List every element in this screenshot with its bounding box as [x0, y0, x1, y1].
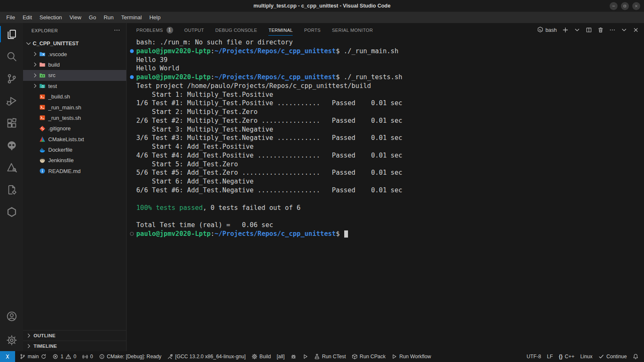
chevron-down-icon	[621, 27, 627, 33]
status-run-workflow[interactable]: Run Workflow	[388, 351, 434, 362]
activity-platformio[interactable]	[0, 134, 23, 156]
status-launch-target[interactable]	[299, 351, 311, 362]
activity-cmake-tools[interactable]	[0, 156, 23, 178]
warning-icon	[65, 354, 71, 359]
tree-item-src[interactable]: src	[23, 70, 126, 80]
status-encoding[interactable]: UTF-8	[524, 351, 544, 362]
tree-item-label: README.md	[48, 168, 80, 174]
remote-icon	[5, 354, 10, 359]
new-terminal-button[interactable]	[562, 27, 569, 33]
tree-item--run-tests-sh[interactable]: _run_tests.sh	[23, 113, 126, 123]
tree-item--gitignore[interactable]: .gitignore	[23, 123, 126, 134]
panel-tab-problems[interactable]: PROBLEMS1	[136, 23, 173, 37]
status-label: CMake: [Debug]: Ready	[107, 354, 161, 359]
status-label: UTF-8	[527, 354, 541, 359]
alien-icon	[6, 140, 17, 151]
launch-profile-dropdown-button[interactable]	[574, 27, 580, 33]
panel-tab-label: PORTS	[304, 28, 320, 33]
split-terminal-button[interactable]	[586, 27, 592, 33]
status-problems-summary[interactable]: 10	[49, 351, 79, 362]
terminal-line: 1/6 Test #1: Multiply_Test.Positive ....…	[127, 99, 644, 108]
menu-edit[interactable]: Edit	[19, 12, 36, 23]
status-debug-target[interactable]	[288, 351, 299, 362]
section-outline[interactable]: OUTLINE	[23, 330, 126, 341]
chevron-right-icon	[32, 61, 39, 68]
shell-icon	[39, 114, 46, 121]
files-icon	[6, 29, 17, 40]
status-label: C++	[565, 354, 574, 359]
activity-search[interactable]	[0, 45, 23, 67]
more-actions-button[interactable]	[609, 27, 615, 33]
tree-root-folder[interactable]: C_CPP_UNITTEST	[23, 38, 126, 49]
terminal-output[interactable]: bash: ./run_m: No such file or directory…	[127, 37, 644, 351]
terminal-line: Start 2: Multiply_Test.Zero	[127, 108, 644, 116]
section-timeline[interactable]: TIMELINE	[23, 341, 126, 351]
shell-icon	[39, 93, 46, 100]
activity-source-control[interactable]	[0, 67, 23, 90]
status-eol[interactable]: LF	[544, 351, 556, 362]
command-decoration[interactable]	[130, 232, 134, 236]
menu-run[interactable]: Run	[100, 12, 117, 23]
menu-go[interactable]: Go	[85, 12, 100, 23]
status-remote-indicator[interactable]	[0, 351, 15, 362]
readme-icon	[39, 168, 46, 174]
terminal-shell-indicator[interactable]: bash	[537, 26, 557, 34]
tree-item-dockerfile[interactable]: Dockerfile	[23, 145, 126, 155]
status-cmake-status[interactable]: CMake: [Debug]: Ready	[96, 351, 164, 362]
tree-item--build-sh[interactable]: _build.sh	[23, 91, 126, 102]
activity-extensions[interactable]	[0, 112, 23, 134]
tree-item-test[interactable]: test	[23, 81, 126, 91]
status-forwarded-ports[interactable]: 0	[79, 351, 96, 362]
activity-explorer[interactable]	[0, 23, 23, 45]
panel-tab-serial-monitor[interactable]: SERIAL MONITOR	[332, 23, 373, 37]
status-language-mode[interactable]: {}C++	[556, 351, 577, 362]
status-build-target[interactable]: [all]	[274, 351, 288, 362]
status-label: Run Workflow	[399, 354, 431, 359]
status-remote-os[interactable]: Linux	[577, 351, 595, 362]
activity-manage-settings[interactable]	[0, 329, 23, 351]
panel-tab-debug-console[interactable]: DEBUG CONSOLE	[216, 23, 257, 37]
activity-makefile-tools[interactable]	[0, 178, 23, 201]
status-label: Run CPack	[360, 354, 386, 359]
menu-help[interactable]: Help	[145, 12, 164, 23]
tree-item-build[interactable]: build	[23, 59, 126, 70]
terminal-line: Hello World	[127, 64, 644, 73]
chevron-right-icon	[32, 72, 39, 79]
close-icon	[634, 4, 638, 8]
tree-item-readme-md[interactable]: README.md	[23, 166, 126, 176]
activity-accounts[interactable]	[0, 305, 23, 327]
status-cmake-build[interactable]: Build	[249, 351, 274, 362]
activity-hex-tool[interactable]	[0, 201, 23, 223]
command-decoration[interactable]	[130, 75, 134, 79]
minimize-button[interactable]	[610, 2, 618, 10]
kill-terminal-button[interactable]	[597, 27, 604, 33]
close-panel-button[interactable]	[633, 27, 639, 33]
tree-item--vscode[interactable]: .vscode	[23, 49, 126, 59]
activity-run-and-debug[interactable]	[0, 90, 23, 112]
menu-view[interactable]: View	[66, 12, 85, 23]
views-and-more-actions-button[interactable]	[114, 27, 120, 34]
menu-terminal[interactable]: Terminal	[117, 12, 145, 23]
menu-file[interactable]: File	[3, 12, 19, 23]
branch-icon	[20, 354, 26, 359]
tree-item-label: test	[48, 83, 57, 89]
maximize-button[interactable]	[621, 2, 629, 10]
status-notifications[interactable]	[630, 351, 641, 362]
command-decoration[interactable]	[130, 49, 134, 53]
status-run-ctest[interactable]: Run CTest	[311, 351, 349, 362]
status-continue-task[interactable]: Continue	[595, 351, 630, 362]
tree-item--run-main-sh[interactable]: _run_main.sh	[23, 102, 126, 112]
title-bar: multiply_test.cpp - c_cpp_unittest - Vis…	[0, 0, 644, 12]
status-cmake-kit[interactable]: [GCC 13.2.0 x86_64-linux-gnu]	[164, 351, 249, 362]
tree-item-jenkinsfile[interactable]: Jenkinsfile	[23, 155, 126, 165]
menu-selection[interactable]: Selection	[36, 12, 65, 23]
status-label: Continue	[606, 354, 627, 359]
tree-item-cmakelists-txt[interactable]: CMakeLists.txt	[23, 134, 126, 145]
panel-tab-output[interactable]: OUTPUT	[184, 23, 204, 37]
status-git-branch[interactable]: main	[17, 351, 49, 362]
status-run-cpack[interactable]: Run CPack	[349, 351, 389, 362]
panel-tab-terminal[interactable]: TERMINAL	[268, 23, 293, 37]
panel-tab-ports[interactable]: PORTS	[304, 23, 320, 37]
close-button[interactable]	[632, 2, 640, 10]
hide-panel-button[interactable]	[621, 27, 627, 33]
